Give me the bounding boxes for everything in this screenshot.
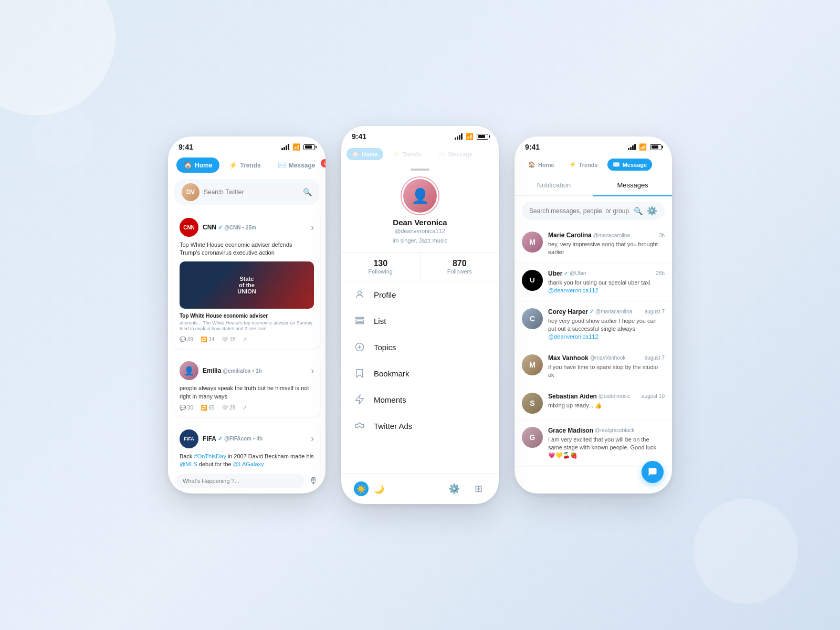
- message-item-max[interactable]: M Max Vanhook @maxVanhook august 7 if yo…: [514, 348, 672, 386]
- menu-item-bookmark[interactable]: Bookmark: [341, 360, 499, 386]
- menu-item-topics[interactable]: Topics: [341, 334, 499, 360]
- phones-container: 9:41 📶 🏠 Home ⚡: [168, 126, 672, 504]
- status-bar-right: 9:41 📶: [514, 136, 672, 154]
- dark-theme-btn[interactable]: 🌙: [372, 481, 386, 496]
- tab-message-right[interactable]: ✉️ Message: [607, 159, 652, 171]
- cnn-text: Top White House economic adviser defends…: [180, 241, 314, 257]
- search-icon-left[interactable]: 🔍: [303, 188, 312, 196]
- search-bar-left[interactable]: DV 🔍: [174, 179, 319, 205]
- message-icon-r: ✉️: [613, 161, 620, 168]
- following-count: 130: [373, 259, 387, 268]
- center-phone: 9:41 📶 🏠 Home ⚡: [341, 126, 499, 504]
- light-theme-btn[interactable]: ☀️: [354, 481, 369, 496]
- emilia-like[interactable]: 🤍 29: [222, 405, 235, 411]
- followers-count: 870: [453, 259, 467, 268]
- grace-text: I am very excited that you will be on th…: [548, 436, 665, 460]
- notification-tab[interactable]: Notification: [514, 175, 593, 195]
- center-nav-fade: 🏠 Home ⚡ Trends ✉️ Message: [341, 144, 499, 164]
- svg-rect-3: [356, 322, 364, 324]
- sebastian-name: Sebastian Aiden @aidenmusic: [548, 393, 631, 400]
- retweet-icon-2: 🔁: [201, 405, 207, 411]
- qr-btn-center[interactable]: ⊞: [470, 481, 486, 497]
- voice-icon[interactable]: 🎙: [309, 476, 318, 487]
- message-item-marie[interactable]: M Marie Carolina @mariacarolina 3h hey, …: [514, 225, 672, 264]
- wifi-icon: 📶: [292, 143, 300, 151]
- max-time: august 7: [645, 355, 665, 361]
- wifi-icon-c: 📶: [466, 133, 474, 140]
- menu-item-list[interactable]: List: [341, 308, 499, 334]
- time-center: 9:41: [352, 132, 366, 141]
- emilia-retweet[interactable]: 🔁 65: [201, 405, 214, 411]
- msg-search-bar[interactable]: 🔍 ⚙️: [522, 202, 665, 220]
- cnn-menu[interactable]: ›: [311, 222, 314, 233]
- stats-row: 130 Following 870 Followers: [341, 253, 499, 281]
- emilia-actions: 💬 30 🔁 65 🤍 29 ↗: [180, 405, 314, 411]
- bookmark-menu-label: Bookmark: [374, 369, 410, 378]
- profile-handle: @deanveronica112: [395, 228, 445, 234]
- message-item-sebastian[interactable]: S Sebastian Aiden @aidenmusic august 10 …: [514, 386, 672, 421]
- cnn-retweet[interactable]: 🔁 34: [201, 337, 214, 342]
- topics-menu-icon: [354, 341, 365, 353]
- tab-home-right[interactable]: 🏠 Home: [523, 159, 560, 171]
- menu-item-ads[interactable]: Twitter Ads: [341, 413, 499, 439]
- signal-bars-c: [455, 133, 463, 140]
- uber-text: thank you for using our special uber tax…: [548, 279, 665, 295]
- max-content: Max Vanhook @maxVanhook august 7 if you …: [548, 354, 665, 380]
- trends-icon-left: ⚡: [229, 161, 237, 169]
- fifa-verified: ✓: [218, 435, 223, 442]
- menu-item-moments[interactable]: Moments: [341, 386, 499, 413]
- marie-avatar: M: [522, 232, 543, 253]
- uber-content: Uber ✓ @Uber 28h thank you for using our…: [548, 270, 665, 295]
- left-phone: 9:41 📶 🏠 Home ⚡: [168, 136, 326, 494]
- settings-icon-right[interactable]: ⚙️: [647, 206, 657, 216]
- profile-name: Dean Veronica: [393, 218, 447, 227]
- emilia-menu[interactable]: ›: [311, 365, 314, 376]
- max-name-row: Max Vanhook @maxVanhook august 7: [548, 354, 665, 362]
- search-input-left[interactable]: [204, 188, 299, 196]
- cnn-image: Stateof theUNION: [180, 261, 314, 309]
- cnn-share[interactable]: ↗: [243, 337, 247, 342]
- emilia-comment[interactable]: 💬 30: [180, 405, 193, 411]
- stat-following[interactable]: 130 Following: [341, 253, 421, 281]
- message-list: M Marie Carolina @mariacarolina 3h hey, …: [514, 225, 672, 494]
- tweet-header-fifa: FIFA FIFA ✓ @FIFAcom • 4h ›: [180, 429, 314, 448]
- nav-tabs-right: 🏠 Home ⚡ Trends ✉️ Message: [514, 154, 672, 175]
- menu-item-profile[interactable]: Profile: [341, 281, 499, 308]
- compose-input[interactable]: [175, 474, 304, 488]
- home-label-left: Home: [195, 162, 212, 169]
- msg-search-input[interactable]: [529, 207, 629, 215]
- compose-bar: 🎙: [168, 468, 326, 494]
- comment-icon: 💬: [180, 337, 186, 342]
- emilia-share[interactable]: ↗: [243, 405, 247, 411]
- stat-followers[interactable]: 870 Followers: [421, 253, 499, 281]
- nav-tabs-left: 🏠 Home ⚡ Trends ✉️ Message 8: [168, 154, 326, 176]
- profile-avatar-ring: [402, 177, 438, 214]
- messages-tab[interactable]: Messages: [593, 175, 672, 196]
- search-icon-right[interactable]: 🔍: [634, 207, 643, 215]
- corey-mention: @deanveronica112: [548, 333, 598, 340]
- battery-icon-c: [477, 134, 488, 140]
- ads-menu-icon: [354, 420, 365, 432]
- followers-label: Followers: [447, 268, 472, 275]
- cnn-like[interactable]: 🤍 18: [222, 337, 235, 342]
- max-name: Max Vanhook @maxVanhook: [548, 354, 625, 362]
- tab-trends-right[interactable]: ⚡ Trends: [562, 158, 605, 172]
- cnn-caption: Top White House economic adviser: [180, 313, 314, 319]
- compose-fab[interactable]: [642, 461, 664, 483]
- cnn-avatar: CNN: [180, 218, 198, 237]
- uber-avatar: U: [522, 270, 543, 291]
- settings-btn-center[interactable]: ⚙️: [446, 481, 462, 497]
- fifa-menu[interactable]: ›: [311, 433, 314, 444]
- cnn-comment[interactable]: 💬 89: [180, 337, 193, 342]
- tab-trends-left[interactable]: ⚡ Trends: [222, 158, 268, 173]
- corey-name: Corey Harper ✓ @mariacarolina: [548, 308, 632, 316]
- sebastian-name-row: Sebastian Aiden @aidenmusic august 10: [548, 393, 665, 400]
- uber-name-row: Uber ✓ @Uber 28h: [548, 270, 665, 277]
- menu-items: Profile List Topic: [341, 281, 499, 473]
- message-item-grace[interactable]: G Grace Madison @realgraceblack I am ver…: [514, 421, 672, 467]
- message-item-corey[interactable]: C Corey Harper ✓ @mariacarolina august 7…: [514, 302, 672, 348]
- tab-message-left[interactable]: ✉️ Message: [270, 158, 323, 173]
- message-item-uber[interactable]: U Uber ✓ @Uber 28h thank you for using o…: [514, 264, 672, 302]
- tab-home-left[interactable]: 🏠 Home: [176, 158, 219, 173]
- sebastian-text: mixing up ready... 👍: [548, 402, 665, 410]
